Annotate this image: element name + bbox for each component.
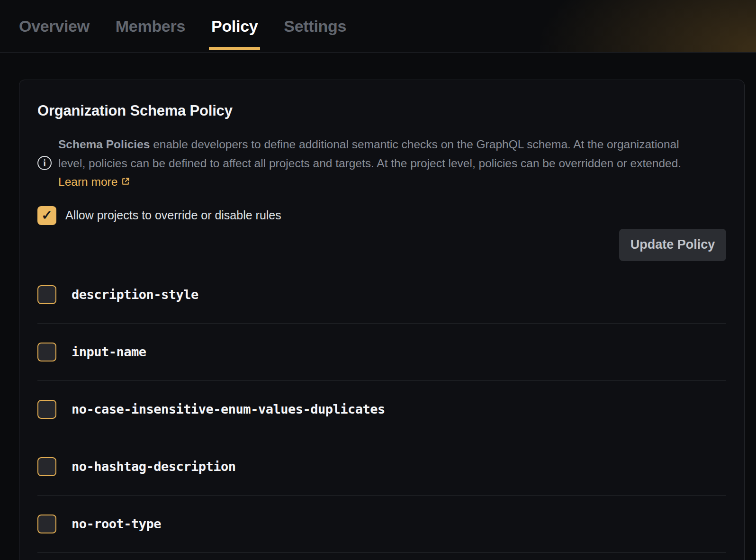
rule-name: input-name [72, 344, 146, 359]
tab-settings[interactable]: Settings [281, 0, 349, 52]
rule-row-description-style: description-style [37, 266, 726, 324]
policy-description-body: enable developers to define additional s… [58, 138, 681, 170]
update-policy-row: Update Policy [37, 229, 726, 261]
info-icon: i [37, 156, 52, 170]
rule-row-no-root-type: no-root-type [37, 496, 726, 553]
policy-description-lead: Schema Policies [58, 138, 150, 151]
policy-description: Schema Policies enable developers to def… [58, 135, 708, 191]
rule-checkbox-no-root-type[interactable] [37, 515, 56, 533]
rule-name: no-root-type [72, 516, 161, 531]
learn-more-link[interactable]: Learn more [58, 175, 117, 188]
tab-members-label: Members [116, 17, 185, 36]
policy-card: Organization Schema Policy i Schema Poli… [19, 80, 745, 560]
tab-overview[interactable]: Overview [17, 0, 92, 52]
page-title: Organization Schema Policy [37, 102, 726, 119]
tab-policy-label: Policy [211, 17, 258, 36]
tab-overview-label: Overview [19, 17, 90, 36]
tab-policy[interactable]: Policy [209, 0, 260, 52]
rule-checkbox-no-hashtag-description[interactable] [37, 457, 56, 476]
rule-checkbox-input-name[interactable] [37, 343, 56, 361]
allow-override-row: ✓ Allow projects to override or disable … [37, 206, 726, 225]
rule-name: no-hashtag-description [72, 459, 236, 474]
policy-info-note: i Schema Policies enable developers to d… [37, 135, 726, 191]
rule-row-no-hashtag-description: no-hashtag-description [37, 438, 726, 496]
tab-members[interactable]: Members [113, 0, 188, 52]
rule-checkbox-no-case-insensitive-enum-values-duplicates[interactable] [37, 400, 56, 419]
rule-name: no-case-insensitive-enum-values-duplicat… [72, 402, 385, 416]
rule-name: description-style [72, 287, 198, 302]
tab-settings-label: Settings [284, 17, 346, 36]
rule-row-input-name: input-name [37, 324, 726, 381]
rule-checkbox-description-style[interactable] [37, 285, 56, 304]
org-tab-bar: Overview Members Policy Settings [0, 0, 756, 53]
external-link-icon [121, 177, 130, 186]
rules-list: description-style input-name no-case-ins… [37, 266, 726, 553]
allow-override-checkbox[interactable]: ✓ [37, 206, 56, 225]
allow-override-label: Allow projects to override or disable ru… [65, 208, 281, 222]
update-policy-button[interactable]: Update Policy [619, 229, 726, 261]
rule-row-no-case-insensitive-enum-values-duplicates: no-case-insensitive-enum-values-duplicat… [37, 381, 726, 438]
active-tab-indicator [209, 47, 260, 50]
